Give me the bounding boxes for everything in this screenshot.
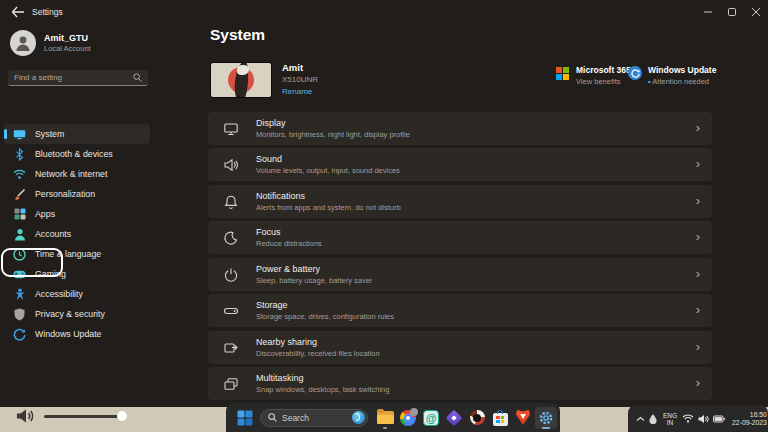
avatar	[10, 30, 36, 56]
sidebar-item-gaming[interactable]: Gaming	[4, 264, 150, 284]
row-title: Multitasking	[256, 373, 389, 383]
ring-app-icon[interactable]	[466, 407, 488, 429]
search-icon	[268, 413, 277, 422]
device-thumbnail	[210, 62, 272, 98]
system-tray: ENG IN 16:50 22-09-2023	[628, 405, 768, 432]
row-subtitle: Storage space, drives, configuration rul…	[256, 312, 394, 321]
settings-gear-icon[interactable]	[535, 407, 557, 429]
tray-clock[interactable]: 16:50 22-09-2023	[732, 411, 767, 427]
sidebar-item-network[interactable]: Network & internet	[4, 164, 150, 184]
monitor-icon	[13, 128, 26, 141]
chevron-right-icon: ›	[696, 339, 700, 354]
row-subtitle: Alerts from apps and system, do not dist…	[256, 203, 401, 212]
window-title: Settings	[32, 7, 63, 17]
tray-time: 16:50	[732, 411, 767, 419]
display-icon	[223, 121, 239, 137]
taskbar-search[interactable]: Search	[260, 409, 368, 427]
power-icon	[223, 267, 239, 283]
shield-icon	[13, 308, 26, 321]
gamepad-icon	[13, 268, 26, 281]
sidebar-item-label: Privacy & security	[35, 309, 105, 319]
sidebar-item-privacy[interactable]: Privacy & security	[4, 304, 150, 324]
sidebar-item-accessibility[interactable]: Accessibility	[4, 284, 150, 304]
taskbar-search-label: Search	[282, 413, 352, 423]
tray-wifi-icon[interactable]	[682, 414, 694, 423]
minimize-button[interactable]	[696, 0, 720, 24]
rename-link[interactable]: Rename	[282, 87, 312, 96]
settings-row-nearby-sharing[interactable]: Nearby sharing Discoverability, received…	[208, 331, 712, 364]
chevron-right-icon: ›	[696, 302, 700, 317]
page-title: System	[210, 26, 265, 44]
chevron-right-icon: ›	[696, 120, 700, 135]
selected-indicator	[4, 129, 7, 139]
settings-row-display[interactable]: Display Monitors, brightness, night ligh…	[208, 112, 712, 145]
settings-row-power[interactable]: Power & battery Sleep, battery usage, ba…	[208, 258, 712, 291]
start-button[interactable]	[234, 407, 256, 429]
update-icon	[13, 328, 26, 341]
volume-icon	[16, 408, 36, 424]
chevron-right-icon: ›	[696, 229, 700, 244]
device-model: X510UNR	[282, 75, 318, 84]
microsoft-logo-icon	[556, 67, 569, 80]
titlebar: Settings	[0, 0, 768, 24]
user-account[interactable]: Amit_GTU Local Account	[10, 30, 91, 56]
purple-diamond-app-icon[interactable]	[443, 407, 465, 429]
search-input[interactable]	[14, 73, 133, 82]
tray-battery-icon[interactable]	[713, 415, 725, 423]
row-title: Nearby sharing	[256, 337, 380, 347]
screen: Settings Amit_GTU	[0, 0, 768, 432]
row-title: Notifications	[256, 191, 401, 201]
volume-slider-knob[interactable]	[117, 411, 127, 421]
row-title: Display	[256, 118, 410, 128]
tray-chevron-up-icon[interactable]	[636, 416, 645, 422]
accessibility-person-icon	[13, 288, 26, 301]
user-name: Amit_GTU	[44, 33, 91, 43]
windows-update-icon	[628, 66, 642, 80]
sidebar-item-label: Bluetooth & devices	[35, 149, 113, 159]
sidebar-item-system[interactable]: System	[4, 124, 150, 144]
sidebar-item-personalization[interactable]: Personalization	[4, 184, 150, 204]
language-indicator[interactable]: ENG IN	[663, 412, 677, 426]
tray-pen-icon[interactable]	[649, 414, 657, 424]
settings-row-notifications[interactable]: Notifications Alerts from apps and syste…	[208, 185, 712, 218]
sidebar-item-accounts[interactable]: Accounts	[4, 224, 150, 244]
microsoft-store-icon[interactable]	[489, 407, 511, 429]
brave-icon[interactable]	[512, 407, 534, 429]
volume-slider-track[interactable]	[44, 415, 126, 418]
row-title: Power & battery	[256, 264, 372, 274]
settings-row-storage[interactable]: Storage Storage space, drives, configura…	[208, 294, 712, 327]
volume-overlay	[0, 403, 200, 429]
sidebar-item-label: Windows Update	[35, 329, 102, 339]
ms365-title: Microsoft 365	[576, 65, 631, 75]
sidebar-item-apps[interactable]: Apps	[4, 204, 150, 224]
taskbar: Search @	[226, 403, 560, 432]
close-button[interactable]	[744, 0, 768, 24]
sidebar-item-label: Network & internet	[35, 169, 107, 179]
maximize-button[interactable]	[720, 0, 744, 24]
row-subtitle: Volume levels, output, input, sound devi…	[256, 166, 400, 175]
teal-app-icon[interactable]: @	[420, 407, 442, 429]
sidebar-item-bluetooth[interactable]: Bluetooth & devices	[4, 144, 150, 164]
row-subtitle: Snap windows, desktops, task switching	[256, 385, 389, 394]
focus-moon-icon	[223, 230, 239, 246]
sidebar-item-windows-update[interactable]: Windows Update	[4, 324, 150, 344]
bluetooth-icon	[13, 148, 26, 161]
sidebar-item-time-language[interactable]: Time & language	[4, 244, 150, 264]
search-highlight-icon	[352, 411, 365, 424]
tray-date: 22-09-2023	[732, 419, 767, 427]
chevron-right-icon: ›	[696, 156, 700, 171]
sidebar: Amit_GTU Local Account System	[0, 24, 158, 407]
chrome-icon[interactable]	[397, 407, 419, 429]
chevron-right-icon: ›	[696, 193, 700, 208]
tray-speaker-icon[interactable]	[698, 414, 709, 424]
settings-row-focus[interactable]: Focus Reduce distractions ›	[208, 221, 712, 254]
share-icon	[223, 340, 239, 356]
chevron-right-icon: ›	[696, 375, 700, 390]
device-name: Amit	[282, 62, 303, 73]
settings-row-sound[interactable]: Sound Volume levels, output, input, soun…	[208, 148, 712, 181]
file-explorer-icon[interactable]	[374, 407, 396, 429]
windows-stack-icon	[223, 376, 239, 392]
settings-row-multitasking[interactable]: Multitasking Snap windows, desktops, tas…	[208, 367, 712, 400]
back-icon[interactable]	[10, 5, 26, 19]
settings-search[interactable]	[8, 70, 148, 86]
